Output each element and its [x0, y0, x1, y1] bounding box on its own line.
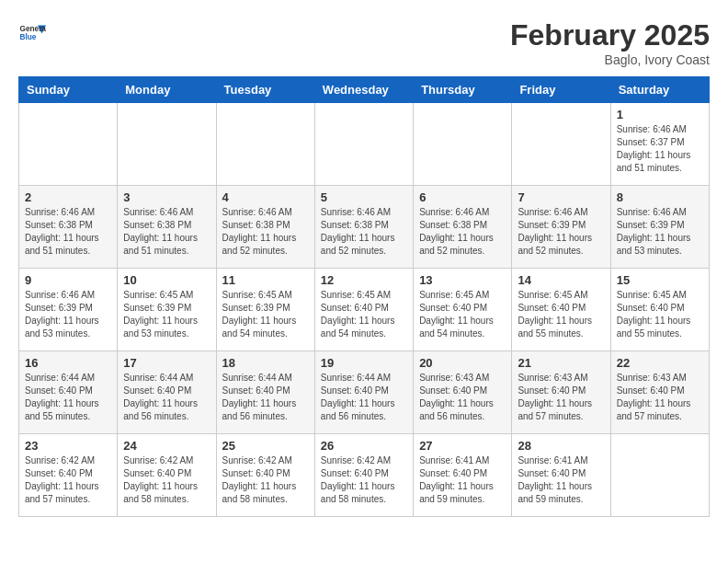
day-info: Sunrise: 6:44 AM Sunset: 6:40 PM Dayligh… [222, 372, 309, 423]
day-number: 3 [123, 190, 210, 204]
day-number: 21 [518, 356, 604, 370]
weekday-header-thursday: Thursday [414, 77, 512, 103]
calendar-cell: 13Sunrise: 6:45 AM Sunset: 6:40 PM Dayli… [414, 269, 512, 351]
calendar-cell: 2Sunrise: 6:46 AM Sunset: 6:38 PM Daylig… [19, 186, 118, 269]
day-number: 12 [321, 273, 407, 287]
calendar-cell: 16Sunrise: 6:44 AM Sunset: 6:40 PM Dayli… [19, 351, 118, 434]
calendar-cell: 26Sunrise: 6:42 AM Sunset: 6:40 PM Dayli… [314, 434, 413, 517]
calendar-week-row: 1Sunrise: 6:46 AM Sunset: 6:37 PM Daylig… [19, 103, 710, 186]
day-number: 7 [518, 190, 604, 204]
weekday-header-monday: Monday [118, 77, 216, 103]
day-number: 10 [123, 273, 210, 287]
day-info: Sunrise: 6:42 AM Sunset: 6:40 PM Dayligh… [123, 454, 210, 506]
day-number: 26 [321, 439, 407, 453]
calendar-header-row: SundayMondayTuesdayWednesdayThursdayFrid… [19, 77, 710, 103]
day-info: Sunrise: 6:45 AM Sunset: 6:40 PM Dayligh… [321, 289, 407, 340]
day-number: 2 [25, 190, 111, 204]
day-info: Sunrise: 6:46 AM Sunset: 6:38 PM Dayligh… [123, 206, 210, 258]
day-number: 8 [617, 190, 703, 204]
calendar-cell: 12Sunrise: 6:45 AM Sunset: 6:40 PM Dayli… [314, 269, 413, 351]
day-info: Sunrise: 6:43 AM Sunset: 6:40 PM Dayligh… [518, 372, 604, 423]
calendar-cell: 8Sunrise: 6:46 AM Sunset: 6:39 PM Daylig… [610, 186, 709, 269]
day-number: 4 [222, 190, 309, 204]
logo-icon: General Blue [18, 18, 46, 46]
calendar-cell: 27Sunrise: 6:41 AM Sunset: 6:40 PM Dayli… [414, 434, 512, 517]
weekday-header-tuesday: Tuesday [216, 77, 314, 103]
weekday-header-sunday: Sunday [19, 77, 118, 103]
calendar-cell [512, 103, 610, 186]
day-info: Sunrise: 6:46 AM Sunset: 6:38 PM Dayligh… [419, 206, 506, 258]
day-number: 16 [25, 356, 111, 370]
logo: General Blue [18, 18, 50, 46]
calendar-cell [610, 434, 709, 517]
day-number: 9 [25, 273, 111, 287]
calendar-cell: 28Sunrise: 6:41 AM Sunset: 6:40 PM Dayli… [512, 434, 610, 517]
calendar-cell [118, 103, 216, 186]
day-number: 15 [617, 273, 703, 287]
day-info: Sunrise: 6:46 AM Sunset: 6:37 PM Dayligh… [617, 123, 703, 175]
day-info: Sunrise: 6:42 AM Sunset: 6:40 PM Dayligh… [321, 454, 407, 506]
calendar-cell: 20Sunrise: 6:43 AM Sunset: 6:40 PM Dayli… [414, 351, 512, 434]
calendar-cell [414, 103, 512, 186]
weekday-header-wednesday: Wednesday [314, 77, 413, 103]
calendar-cell: 23Sunrise: 6:42 AM Sunset: 6:40 PM Dayli… [19, 434, 118, 517]
day-number: 22 [617, 356, 703, 370]
weekday-header-friday: Friday [512, 77, 610, 103]
calendar-cell: 18Sunrise: 6:44 AM Sunset: 6:40 PM Dayli… [216, 351, 314, 434]
calendar-cell [19, 103, 118, 186]
day-number: 13 [419, 273, 506, 287]
calendar-cell: 10Sunrise: 6:45 AM Sunset: 6:39 PM Dayli… [118, 269, 216, 351]
page-header: General Blue February 2025 Baglo, Ivory … [18, 18, 710, 67]
day-number: 18 [222, 356, 309, 370]
day-info: Sunrise: 6:46 AM Sunset: 6:39 PM Dayligh… [25, 289, 111, 340]
calendar-cell: 5Sunrise: 6:46 AM Sunset: 6:38 PM Daylig… [314, 186, 413, 269]
calendar-cell: 25Sunrise: 6:42 AM Sunset: 6:40 PM Dayli… [216, 434, 314, 517]
day-info: Sunrise: 6:41 AM Sunset: 6:40 PM Dayligh… [419, 454, 506, 506]
day-info: Sunrise: 6:43 AM Sunset: 6:40 PM Dayligh… [617, 372, 703, 423]
day-info: Sunrise: 6:45 AM Sunset: 6:40 PM Dayligh… [617, 289, 703, 340]
day-info: Sunrise: 6:44 AM Sunset: 6:40 PM Dayligh… [25, 372, 111, 423]
day-info: Sunrise: 6:44 AM Sunset: 6:40 PM Dayligh… [321, 372, 407, 423]
calendar-cell: 7Sunrise: 6:46 AM Sunset: 6:39 PM Daylig… [512, 186, 610, 269]
svg-text:Blue: Blue [20, 33, 37, 41]
calendar-table: SundayMondayTuesdayWednesdayThursdayFrid… [18, 76, 710, 517]
day-info: Sunrise: 6:45 AM Sunset: 6:40 PM Dayligh… [419, 289, 506, 340]
calendar-cell: 21Sunrise: 6:43 AM Sunset: 6:40 PM Dayli… [512, 351, 610, 434]
day-number: 5 [321, 190, 407, 204]
day-number: 23 [25, 439, 111, 453]
calendar-cell: 17Sunrise: 6:44 AM Sunset: 6:40 PM Dayli… [118, 351, 216, 434]
calendar-cell: 11Sunrise: 6:45 AM Sunset: 6:39 PM Dayli… [216, 269, 314, 351]
day-info: Sunrise: 6:41 AM Sunset: 6:40 PM Dayligh… [518, 454, 604, 506]
day-number: 20 [419, 356, 506, 370]
day-number: 19 [321, 356, 407, 370]
day-info: Sunrise: 6:46 AM Sunset: 6:38 PM Dayligh… [25, 206, 111, 258]
svg-text:General: General [20, 25, 47, 33]
day-number: 28 [518, 439, 604, 453]
day-number: 27 [419, 439, 506, 453]
calendar-week-row: 23Sunrise: 6:42 AM Sunset: 6:40 PM Dayli… [19, 434, 710, 517]
day-info: Sunrise: 6:44 AM Sunset: 6:40 PM Dayligh… [123, 372, 210, 423]
day-info: Sunrise: 6:45 AM Sunset: 6:40 PM Dayligh… [518, 289, 604, 340]
day-number: 1 [617, 108, 703, 121]
weekday-header-saturday: Saturday [610, 77, 709, 103]
day-info: Sunrise: 6:42 AM Sunset: 6:40 PM Dayligh… [25, 454, 111, 506]
calendar-cell: 9Sunrise: 6:46 AM Sunset: 6:39 PM Daylig… [19, 269, 118, 351]
month-title: February 2025 [510, 18, 710, 52]
calendar-week-row: 16Sunrise: 6:44 AM Sunset: 6:40 PM Dayli… [19, 351, 710, 434]
calendar-cell: 24Sunrise: 6:42 AM Sunset: 6:40 PM Dayli… [118, 434, 216, 517]
calendar-cell: 14Sunrise: 6:45 AM Sunset: 6:40 PM Dayli… [512, 269, 610, 351]
calendar-week-row: 9Sunrise: 6:46 AM Sunset: 6:39 PM Daylig… [19, 269, 710, 351]
day-number: 24 [123, 439, 210, 453]
calendar-week-row: 2Sunrise: 6:46 AM Sunset: 6:38 PM Daylig… [19, 186, 710, 269]
day-number: 11 [222, 273, 309, 287]
calendar-cell: 1Sunrise: 6:46 AM Sunset: 6:37 PM Daylig… [610, 103, 709, 186]
day-info: Sunrise: 6:45 AM Sunset: 6:39 PM Dayligh… [123, 289, 210, 340]
calendar-cell: 19Sunrise: 6:44 AM Sunset: 6:40 PM Dayli… [314, 351, 413, 434]
calendar-cell [314, 103, 413, 186]
day-number: 17 [123, 356, 210, 370]
calendar-cell: 22Sunrise: 6:43 AM Sunset: 6:40 PM Dayli… [610, 351, 709, 434]
day-info: Sunrise: 6:45 AM Sunset: 6:39 PM Dayligh… [222, 289, 309, 340]
day-number: 6 [419, 190, 506, 204]
day-info: Sunrise: 6:42 AM Sunset: 6:40 PM Dayligh… [222, 454, 309, 506]
day-info: Sunrise: 6:46 AM Sunset: 6:39 PM Dayligh… [518, 206, 604, 258]
